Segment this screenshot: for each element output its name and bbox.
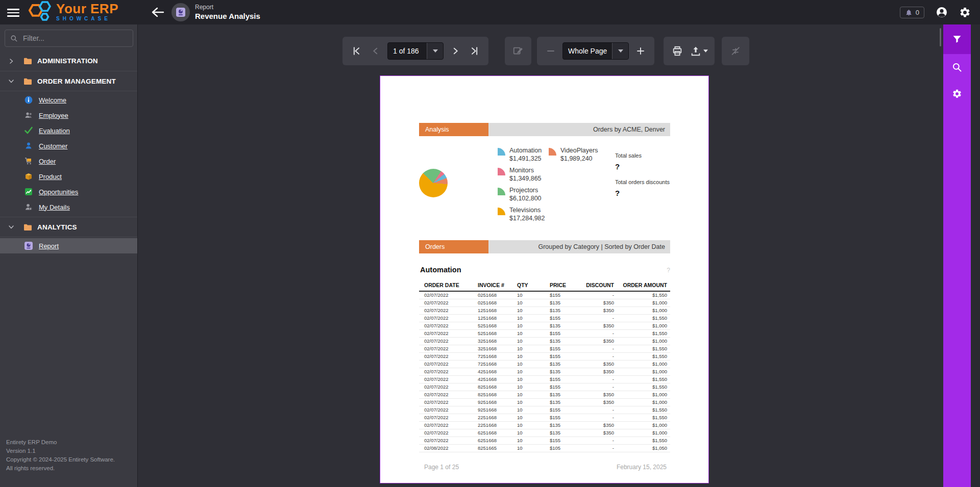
section-label: ORDER MANAGEMENT — [37, 78, 116, 85]
edit-report-button[interactable] — [510, 43, 526, 59]
sidebar-item-opportunities[interactable]: Opportunities — [0, 184, 137, 199]
logo-primary-text: Your ERP — [56, 2, 118, 15]
scrollbar-thumb[interactable] — [940, 28, 941, 46]
zoom-selector — [562, 42, 629, 60]
hamburger-menu-icon[interactable] — [7, 7, 19, 18]
report-icon — [176, 8, 185, 17]
cart-icon — [24, 157, 33, 165]
total-sales-label: Total sales — [615, 152, 676, 159]
chevron-right-icon — [8, 58, 16, 64]
first-page-button[interactable] — [349, 43, 364, 59]
filter-panel-button[interactable] — [943, 24, 971, 54]
legend-value: $1,989,240 — [560, 155, 598, 163]
zoom-out-button[interactable] — [543, 43, 558, 59]
settings-button[interactable] — [959, 7, 971, 18]
sidebar-item-order[interactable]: Order — [0, 153, 137, 169]
back-arrow-icon — [151, 6, 164, 18]
sidebar-item-customer[interactable]: Customer — [0, 138, 137, 153]
orders-table-body: 02/07/2022025166810$155-$1,55002/07/2022… — [419, 291, 670, 452]
table-row: 02/07/2022425166810$135$350$1,000 — [419, 368, 670, 375]
chevron-down-icon — [8, 224, 16, 230]
analysis-band: Analysis Orders by ACME, Denver — [419, 123, 670, 136]
pager-toolbar-group — [342, 37, 488, 65]
table-row: 02/07/2022025166810$155-$1,550 — [419, 291, 670, 299]
legend-item: VideoPlayers$1,989,240 — [549, 146, 598, 163]
footer-line: Version 1.1 — [6, 447, 115, 455]
pie-chart — [419, 169, 448, 197]
sidebar-section-administration[interactable]: ADMINISTRATION — [0, 51, 137, 71]
sidebar-footer: Entirety ERP Demo Version 1.1 Copyright … — [6, 438, 115, 473]
zoom-in-button[interactable] — [633, 43, 648, 59]
legend-label: Monitors — [509, 166, 542, 174]
zoom-level-input[interactable] — [563, 43, 612, 59]
settings-panel-button[interactable] — [943, 81, 971, 107]
back-button[interactable] — [150, 5, 165, 20]
footer-line: Copyright © 2024-2025 Entirety Software. — [6, 455, 115, 464]
last-page-button[interactable] — [467, 43, 482, 59]
table-row: 02/07/2022025166810$135$350$1,000 — [419, 299, 670, 306]
page-number-footer: Page 1 of 25 — [424, 464, 459, 471]
page-selector — [387, 42, 444, 60]
previous-page-button[interactable] — [368, 43, 383, 59]
column-header: ORDER DATE — [419, 282, 473, 291]
table-row: 02/07/2022125166810$135$350$1,000 — [419, 306, 670, 314]
logo-secondary-text: SHOWCASE — [56, 16, 118, 21]
column-header: DISCOUNT — [580, 282, 617, 291]
legend-label: Projectors — [509, 186, 542, 194]
table-row: 02/07/2022925166810$155-$1,550 — [419, 406, 670, 414]
legend-value: $6,102,800 — [509, 194, 542, 202]
user-icon — [936, 6, 948, 18]
legend-item: Televisions$17,284,982 — [498, 206, 545, 222]
analysis-caption: Orders by ACME, Denver — [488, 123, 670, 136]
column-header: QTY — [512, 282, 545, 291]
sidebar-item-report[interactable]: Report — [0, 238, 137, 253]
column-header: INVOICE # — [473, 282, 512, 291]
total-discounts-value: ? — [615, 189, 676, 197]
legend-swatch — [549, 148, 556, 156]
zoom-dropdown-button[interactable] — [612, 43, 628, 59]
notifications-button[interactable]: 0 — [900, 7, 924, 18]
table-row: 02/07/2022225166810$155-$1,550 — [419, 414, 670, 421]
footer-line: Entirety ERP Demo — [6, 438, 115, 447]
legend-swatch — [498, 148, 505, 156]
orders-tab: Orders — [419, 240, 488, 253]
export-button[interactable] — [689, 43, 708, 59]
table-row: 02/07/2022625166810$135$350$1,000 — [419, 429, 670, 437]
page-number-input[interactable] — [388, 43, 427, 59]
sidebar-section-analytics[interactable]: ANALYTICS — [0, 217, 137, 237]
orders-band: Orders Grouped by Category | Sorted by O… — [419, 240, 670, 253]
table-row: 02/07/2022225166810$135$350$1,000 — [419, 421, 670, 429]
group-title: Automation — [420, 266, 461, 274]
right-edge-strip — [971, 24, 980, 487]
legend-swatch — [498, 188, 505, 195]
toggle-parameters-button[interactable] — [728, 43, 743, 59]
sidebar-item-welcome[interactable]: Welcome — [0, 92, 137, 108]
folder-icon — [23, 57, 32, 65]
info-icon — [24, 96, 33, 104]
sidebar-item-product[interactable]: Product — [0, 169, 137, 184]
page-dropdown-button[interactable] — [427, 43, 443, 59]
search-panel-button[interactable] — [943, 54, 971, 81]
next-page-button[interactable] — [448, 43, 463, 59]
search-icon — [952, 62, 962, 72]
legend-swatch — [498, 208, 505, 215]
caret-down-icon — [703, 49, 708, 53]
table-row: 02/07/2022725166810$155-$1,550 — [419, 352, 670, 360]
sidebar-section-order-management[interactable]: ORDER MANAGEMENT — [0, 71, 137, 91]
legend-swatch — [498, 168, 505, 175]
legend-label: VideoPlayers — [560, 146, 598, 155]
user-account-button[interactable] — [936, 6, 948, 18]
gear-icon — [952, 89, 962, 99]
people-icon — [24, 111, 33, 119]
filter-input[interactable] — [22, 34, 128, 43]
folder-icon — [23, 223, 32, 231]
logo-hexagons-icon — [29, 1, 52, 22]
print-button[interactable] — [670, 43, 685, 59]
sidebar-item-my-details[interactable]: My Details — [0, 199, 137, 215]
group-hint: ? — [667, 267, 670, 274]
totals-block: Total sales ? Total orders discounts ? — [615, 152, 676, 206]
sidebar-item-evaluation[interactable]: Evaluation — [0, 123, 137, 138]
column-header: ORDER AMOUNT — [617, 282, 670, 291]
misc-toolbar-group — [722, 37, 749, 65]
sidebar-item-employee[interactable]: Employee — [0, 108, 137, 123]
